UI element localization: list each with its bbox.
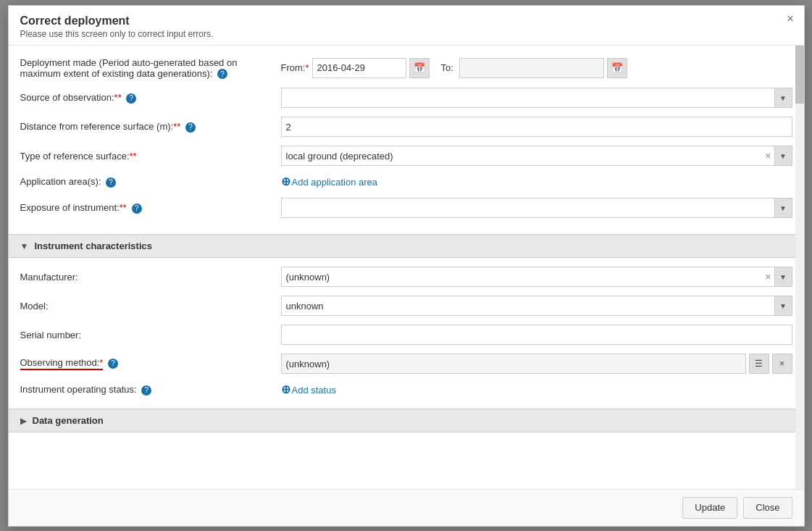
model-select[interactable]: unknown (282, 296, 774, 315)
dialog-subtitle: Please use this screen only to correct i… (20, 29, 792, 39)
deployment-row: Deployment made (Period auto-generated b… (20, 53, 792, 84)
ref-surface-dropdown-arrow[interactable]: ▼ (774, 146, 792, 165)
data-generation-section-header[interactable]: ▶ Data generation (9, 409, 804, 432)
ref-surface-select-wrapper: local ground (deprecated) × ▼ (281, 146, 792, 166)
deployment-help-icon[interactable]: ? (217, 69, 227, 79)
observing-help-icon[interactable]: ? (108, 359, 118, 369)
instrument-chevron-icon: ▼ (20, 241, 29, 251)
from-date-group: From:* 📅 (281, 58, 430, 78)
exposure-label: Exposure of instrument:** ? (20, 202, 281, 214)
exposure-select-wrapper: ▼ (281, 198, 792, 218)
from-label: From:* (281, 62, 309, 73)
ref-surface-label: Type of reference surface:** (20, 151, 281, 162)
model-select-wrapper: unknown ▼ (281, 296, 792, 316)
ref-surface-control: local ground (deprecated) × ▼ (281, 146, 792, 166)
distance-row: Distance from reference surface (m):** ? (20, 112, 792, 141)
exposure-control: ▼ (281, 198, 792, 218)
from-date-input[interactable] (312, 58, 406, 78)
to-label: To: (441, 62, 453, 73)
application-label: Application area(s): ? (20, 176, 281, 188)
source-help-icon[interactable]: ? (126, 93, 136, 104)
from-calendar-button[interactable]: 📅 (409, 58, 430, 78)
source-select[interactable] (282, 88, 774, 107)
update-button[interactable]: Update (682, 497, 737, 519)
manufacturer-select-wrapper: (unknown) × ▼ (281, 267, 792, 287)
add-application-link[interactable]: ⊕ Add application area (281, 176, 378, 188)
observing-label: Observing method:* ? (20, 357, 281, 370)
add-application-plus-icon: ⊕ (281, 176, 290, 188)
data-generation-chevron-icon: ▶ (20, 416, 27, 426)
manufacturer-label: Manufacturer: (20, 272, 281, 283)
serial-control (281, 325, 792, 345)
manufacturer-control: (unknown) × ▼ (281, 267, 792, 287)
source-dropdown-arrow[interactable]: ▼ (774, 88, 792, 107)
to-calendar-button[interactable]: 📅 (607, 58, 627, 78)
source-control: ▼ (281, 88, 792, 108)
manufacturer-clear-button[interactable]: × (762, 272, 774, 282)
data-generation-section-title: Data generation (33, 415, 104, 426)
operating-control: ⊕ Add status (281, 384, 792, 396)
scrollbar-thumb[interactable] (795, 46, 804, 104)
exposure-help-icon[interactable]: ? (132, 204, 142, 214)
ref-surface-clear-button[interactable]: × (762, 151, 774, 161)
observing-wrapper: ☰ × (281, 354, 792, 374)
serial-label: Serial number: (20, 330, 281, 340)
model-control: unknown ▼ (281, 296, 792, 316)
dialog-close-button[interactable]: × (787, 13, 793, 25)
dialog-footer: Update Close (9, 489, 804, 526)
distance-help-icon[interactable]: ? (185, 122, 196, 133)
ref-surface-select[interactable]: local ground (deprecated) (282, 146, 763, 165)
observing-input[interactable] (281, 354, 746, 374)
deployment-label: Deployment made (Period auto-generated b… (20, 57, 281, 80)
operating-status-row: Instrument operating status: ? ⊕ Add sta… (20, 378, 792, 401)
dialog-title: Correct deployment (20, 14, 792, 28)
manufacturer-row: Manufacturer: (unknown) × ▼ (20, 262, 792, 291)
instrument-section-title: Instrument characteristics (34, 241, 152, 251)
instrument-section-body: Manufacturer: (unknown) × ▼ Model: (9, 259, 804, 404)
exposure-row: Exposure of instrument:** ? ▼ (20, 193, 792, 222)
distance-control (281, 117, 792, 137)
model-dropdown-arrow[interactable]: ▼ (774, 296, 792, 315)
application-control: ⊕ Add application area (281, 176, 792, 188)
serial-row: Serial number: (20, 320, 792, 349)
source-label: Source of observation:** ? (20, 92, 281, 104)
dialog-body: Deployment made (Period auto-generated b… (9, 46, 804, 489)
add-status-plus-icon: ⊕ (281, 384, 290, 396)
instrument-section-header[interactable]: ▼ Instrument characteristics (9, 234, 804, 258)
serial-input[interactable] (281, 325, 792, 345)
model-row: Model: unknown ▼ (20, 291, 792, 320)
operating-help-icon[interactable]: ? (141, 385, 151, 396)
observing-row: Observing method:* ? ☰ × (20, 349, 792, 378)
observing-list-button[interactable]: ☰ (749, 354, 769, 374)
dialog-header: Correct deployment Please use this scree… (9, 6, 804, 46)
close-button[interactable]: Close (743, 497, 792, 519)
model-label: Model: (20, 301, 281, 312)
date-controls: From:* 📅 To: 📅 (281, 58, 792, 78)
application-row: Application area(s): ? ⊕ Add application… (20, 170, 792, 193)
ref-surface-row: Type of reference surface:** local groun… (20, 141, 792, 170)
add-status-link[interactable]: ⊕ Add status (281, 384, 336, 396)
manufacturer-dropdown-arrow[interactable]: ▼ (774, 267, 792, 286)
scrollbar-track[interactable] (795, 46, 804, 489)
exposure-dropdown-arrow[interactable]: ▼ (774, 198, 792, 217)
operating-label: Instrument operating status: ? (20, 384, 281, 396)
source-select-wrapper: ▼ (281, 88, 792, 108)
distance-input[interactable] (281, 117, 792, 137)
observing-control: ☰ × (281, 354, 792, 374)
source-row: Source of observation:** ? ▼ (20, 83, 792, 112)
to-date-input[interactable] (459, 58, 604, 78)
distance-label: Distance from reference surface (m):** ? (20, 121, 281, 133)
exposure-select[interactable] (282, 198, 774, 217)
form-scroll-area: Deployment made (Period auto-generated b… (9, 46, 804, 435)
observing-clear-button[interactable]: × (772, 354, 792, 374)
manufacturer-select[interactable]: (unknown) (282, 267, 763, 286)
application-help-icon[interactable]: ? (106, 177, 116, 188)
